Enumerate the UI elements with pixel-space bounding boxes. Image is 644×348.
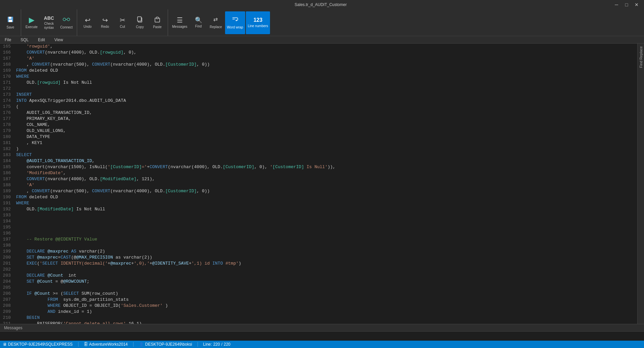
code-line[interactable]: DATA_TYPE — [16, 134, 637, 140]
code-line[interactable]: DECLARE @Count int — [16, 273, 637, 279]
editor-scroll[interactable]: 1651661671681691701711721731741751761771… — [0, 44, 637, 324]
code-line[interactable]: COL_NAME, — [16, 122, 637, 128]
code-line[interactable]: AUDIT_LOG_TRANSACTION_ID, — [16, 110, 637, 116]
menu-edit[interactable]: Edit — [33, 36, 50, 43]
code-line[interactable]: RAISERROR('Cannot delete all rows',16,1) — [16, 321, 637, 324]
code-line[interactable]: , KEY1 — [16, 140, 637, 146]
code-line[interactable]: 'A' — [16, 56, 637, 62]
line-number: 187 — [0, 176, 11, 182]
paste-button[interactable]: Paste — [149, 11, 166, 34]
undo-button[interactable]: ↩ Undo — [79, 11, 96, 34]
svg-rect-7 — [138, 17, 141, 21]
line-number: 200 — [0, 255, 11, 261]
code-line[interactable]: CONVERT(nvarchar(4000), OLD.[rowguid], 0… — [16, 50, 637, 56]
code-line[interactable]: ) — [16, 146, 637, 152]
messages-label: Messages — [172, 25, 187, 29]
code-line[interactable]: OLD_VALUE_LONG, — [16, 128, 637, 134]
line-number: 199 — [0, 249, 11, 255]
code-line[interactable]: AND index_id = 1) — [16, 309, 637, 315]
code-line[interactable]: INSERT — [16, 92, 637, 98]
code-line[interactable]: 'ModifiedDate', — [16, 170, 637, 176]
server-value: DESKTOP-9JE2649\SQLEXPRESS — [8, 342, 73, 347]
close-button[interactable]: ✕ — [632, 1, 641, 8]
word-wrap-button[interactable]: Word wrap — [225, 11, 245, 34]
connect-button[interactable]: Connect — [58, 11, 75, 34]
cut-button[interactable]: ✂ Cut — [114, 11, 131, 34]
code-line[interactable]: DECLARE @maxprec AS varchar(2) — [16, 249, 637, 255]
line-number: 210 — [0, 315, 11, 321]
status-line: Line: 220 / 220 — [203, 342, 230, 347]
code-line[interactable] — [16, 242, 637, 249]
copy-button[interactable]: Copy — [131, 11, 148, 34]
messages-tab[interactable]: Messages — [0, 325, 26, 331]
code-line[interactable]: SELECT — [16, 152, 637, 158]
code-line[interactable]: SET @Count = @@ROWCOUNT; — [16, 279, 637, 285]
code-line[interactable]: CONVERT(nvarchar(4000), OLD.[ModifiedDat… — [16, 176, 637, 182]
messages-content — [0, 332, 644, 341]
line-number: 194 — [0, 218, 11, 224]
line-number: 180 — [0, 134, 11, 140]
minimize-button[interactable]: ─ — [612, 1, 621, 8]
code-line[interactable] — [16, 212, 637, 218]
code-line[interactable] — [16, 267, 637, 273]
find-button[interactable]: 🔍 Find — [190, 11, 207, 34]
code-line[interactable] — [16, 230, 637, 236]
execute-button[interactable]: ▶ Execute — [23, 11, 40, 34]
code-line[interactable]: , CONVERT(nvarchar(500), CONVERT(nvarcha… — [16, 188, 637, 194]
line-number: 195 — [0, 224, 11, 230]
code-line[interactable]: EXEC('SELECT IDENTITY(decimal('+@maxprec… — [16, 261, 637, 267]
line-number: 191 — [0, 200, 11, 206]
code-line[interactable]: WHERE — [16, 200, 637, 206]
code-line[interactable]: ( — [16, 104, 637, 110]
code-line[interactable]: 'rowguid', — [16, 44, 637, 50]
code-line[interactable]: PRIMARY_KEY_DATA, — [16, 116, 637, 122]
code-line[interactable]: -- Restore @@IDENTITY Value — [16, 236, 637, 242]
line-number: 175 — [0, 104, 11, 110]
code-line[interactable]: convert(nvarchar(1500), IsNull('[Custome… — [16, 164, 637, 170]
menu-view[interactable]: View — [50, 36, 68, 43]
save-button[interactable]: Save — [2, 11, 19, 34]
line-number: 198 — [0, 242, 11, 249]
code-line[interactable] — [16, 285, 637, 291]
line-number: 209 — [0, 309, 11, 315]
maximize-button[interactable]: □ — [622, 1, 631, 8]
code-line[interactable]: @AUDIT_LOG_TRANSACTION_ID, — [16, 158, 637, 164]
line-number: 182 — [0, 146, 11, 152]
line-number: 167 — [0, 56, 11, 62]
code-line[interactable]: IF @Count >= (SELECT SUM(row_count) — [16, 291, 637, 297]
code-line[interactable]: FROM deleted OLD — [16, 194, 637, 200]
code-line[interactable]: 'A' — [16, 182, 637, 188]
code-line[interactable]: FROM sys.dm_db_partition_stats — [16, 297, 637, 303]
messages-button[interactable]: ☰ Messages — [170, 11, 190, 34]
line-numbers-icon: 123 — [254, 17, 263, 23]
right-panel: Find Replace — [637, 44, 644, 324]
menu-sql[interactable]: SQL — [16, 36, 33, 43]
code-line[interactable] — [16, 224, 637, 230]
code-line[interactable]: WHERE OBJECT_ID = OBJECT_ID('Sales.Custo… — [16, 303, 637, 309]
line-number: 196 — [0, 230, 11, 236]
code-line[interactable]: OLD.[ModifiedDate] Is Not Null — [16, 206, 637, 212]
replace-button[interactable]: ⇄ Replace — [208, 11, 224, 34]
toolbar: Save ▶ Execute ABC Checksyntax Connect ↩… — [0, 9, 644, 36]
code-line[interactable]: OLD.[rowguid] Is Not Null — [16, 80, 637, 86]
svg-text:⇄: ⇄ — [213, 16, 218, 22]
code-line[interactable]: BEGIN — [16, 315, 637, 321]
line-numbers-button[interactable]: 123 Line numbers — [246, 11, 270, 34]
code-line[interactable]: SET @maxprec=CAST(@@MAX_PRECISION as var… — [16, 255, 637, 261]
check-syntax-button[interactable]: ABC Checksyntax — [41, 11, 57, 34]
messages-tab-bar: Messages — [0, 324, 644, 332]
line-number: 186 — [0, 170, 11, 176]
code-line[interactable]: INTO ApexSQLTrigger2014.dbo.AUDIT_LOG_DA… — [16, 98, 637, 104]
code-lines[interactable]: 'rowguid', CONVERT(nvarchar(4000), OLD.[… — [13, 44, 637, 324]
undo-icon: ↩ — [85, 17, 91, 23]
toolbar-view-section: ☰ Messages 🔍 Find ⇄ Replace Word wrap 12… — [168, 9, 272, 36]
code-line[interactable]: FROM deleted OLD — [16, 68, 637, 74]
menu-file[interactable]: File — [0, 36, 16, 43]
code-line[interactable]: , CONVERT(nvarchar(500), CONVERT(nvarcha… — [16, 62, 637, 68]
code-line[interactable]: WHERE — [16, 74, 637, 80]
code-line[interactable] — [16, 218, 637, 224]
redo-button[interactable]: ↪ Redo — [97, 11, 113, 34]
find-replace-panel-btn[interactable]: Find Replace — [638, 44, 644, 71]
line-number: 204 — [0, 279, 11, 285]
code-line[interactable] — [16, 86, 637, 92]
